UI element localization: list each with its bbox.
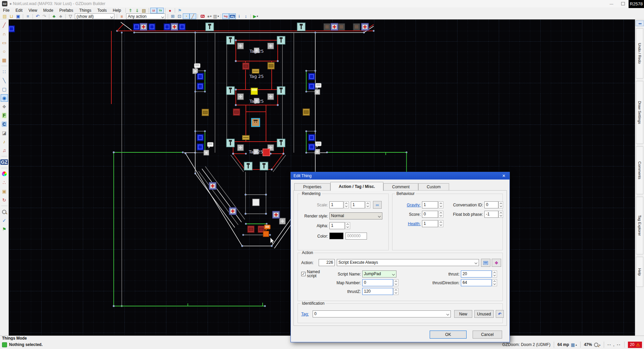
conversation-id-spinner[interactable] xyxy=(498,201,503,208)
conversation-id-field[interactable]: 0 xyxy=(484,201,498,208)
grid-icon[interactable]: ▦ xyxy=(571,342,575,347)
map-thing-face[interactable] xyxy=(252,118,260,127)
ceiling-mode-icon[interactable]: C xyxy=(1,120,8,128)
sectors-mode-icon[interactable]: ▢ xyxy=(1,86,8,93)
scale-y-spinner[interactable] xyxy=(365,201,370,208)
things-filter-combo[interactable]: (show all) xyxy=(75,13,114,19)
sound-zones-icon[interactable]: ♫ xyxy=(1,147,8,154)
map-thing-torch[interactable] xyxy=(226,36,234,44)
dynamic-grid-icon[interactable]: ◔ xyxy=(183,13,190,19)
color-swatch[interactable] xyxy=(329,233,343,239)
draw-rectangle-icon[interactable]: ▭ xyxy=(1,39,8,46)
side-tab-undo-redo[interactable]: Undo / Redo xyxy=(636,28,643,79)
map-thing-armor[interactable] xyxy=(308,83,315,90)
side-tab-help[interactable]: Help xyxy=(636,257,643,287)
map-thing-red[interactable] xyxy=(248,226,254,233)
save-map-icon[interactable]: ▣ xyxy=(15,13,21,19)
minimize-button[interactable]: — xyxy=(606,0,617,7)
fit-height-icon[interactable]: ↕ xyxy=(243,13,249,19)
restore-button[interactable] xyxy=(617,0,629,7)
action-combo[interactable]: Script Execute Always xyxy=(337,259,479,266)
paste-special-icon[interactable]: ▤ xyxy=(141,8,147,13)
gravity-field[interactable]: 1 xyxy=(422,201,438,208)
map-thing-armor[interactable] xyxy=(308,144,315,150)
map-thing-medikit[interactable] xyxy=(361,23,369,31)
named-script-checkbox[interactable]: ✓ xyxy=(301,272,306,276)
map-thing-darkbox[interactable] xyxy=(353,23,360,30)
float-bob-phase-field[interactable]: -1 xyxy=(484,211,498,218)
map-thing-torch[interactable] xyxy=(226,139,234,147)
map-thing-plus[interactable] xyxy=(268,94,274,100)
find-replace-icon[interactable] xyxy=(1,208,8,215)
scale-x-spinner[interactable] xyxy=(344,201,349,208)
score-field[interactable]: 0 xyxy=(422,211,438,218)
new-tag-button[interactable]: New xyxy=(454,310,472,318)
cancel-button[interactable]: Cancel xyxy=(473,331,502,339)
map-thing-orange[interactable] xyxy=(263,231,269,237)
gravity-link[interactable]: Gravity: xyxy=(395,203,421,207)
map-thing-torch[interactable] xyxy=(277,36,285,44)
reset-tag-button[interactable]: ↶ xyxy=(496,310,504,318)
thrust-spinner[interactable] xyxy=(492,270,497,278)
draw-ellipse-icon[interactable]: ○ xyxy=(1,48,8,55)
thrustz-field[interactable]: 120 xyxy=(362,288,393,295)
map-thing-gold[interactable] xyxy=(303,109,310,115)
draw-curve-icon[interactable]: ∩ xyxy=(1,30,8,38)
tag-link[interactable]: Tag: xyxy=(301,312,309,316)
fog-toggle-icon[interactable]: fog xyxy=(222,13,229,19)
map-thing-yellow[interactable] xyxy=(251,88,258,95)
map-thing-ammo[interactable] xyxy=(243,136,250,140)
vertices-mode-icon[interactable]: ∷ xyxy=(1,68,8,76)
copy-properties-icon[interactable]: ⇑ xyxy=(127,8,134,13)
gzdoom-badge-icon[interactable]: GZ xyxy=(1,158,8,166)
thrust-direction-field[interactable]: 64 xyxy=(461,279,492,286)
menu-file[interactable]: File xyxy=(0,7,12,13)
menu-help[interactable]: Help xyxy=(110,7,124,13)
render-style-combo[interactable]: Normal xyxy=(329,212,382,219)
scale-link-button[interactable]: ∞ xyxy=(373,201,382,209)
map-thing-medikit[interactable] xyxy=(209,182,216,190)
menu-edit[interactable]: Edit xyxy=(12,7,25,13)
filter-things-12-icon[interactable]: 12 xyxy=(150,8,157,13)
map-thing-red[interactable] xyxy=(243,63,249,69)
new-map-icon[interactable]: ▤ xyxy=(1,13,8,19)
map-thing-medikit[interactable] xyxy=(272,211,280,218)
menu-things[interactable]: Things xyxy=(76,7,94,13)
floor-brightness-mode-icon[interactable]: F xyxy=(1,112,8,119)
browse-action-button[interactable] xyxy=(481,259,490,267)
tab-custom[interactable]: Custom xyxy=(418,183,449,191)
collapse-panel-button[interactable]: ◀◀◀ xyxy=(636,20,644,26)
grid-setup-icon[interactable]: ⊞ xyxy=(169,13,176,19)
sky-toggle-icon[interactable]: sky xyxy=(229,13,236,19)
map-thing-plus[interactable] xyxy=(237,43,244,49)
health-field[interactable]: 1 xyxy=(422,220,438,227)
test-map-icon[interactable]: ▶▾ xyxy=(252,13,259,19)
info-panel-icon[interactable]: i xyxy=(236,13,243,19)
side-tab-draw-settings[interactable]: Draw Settings xyxy=(636,81,643,144)
map-thing-medikit[interactable] xyxy=(229,207,236,215)
map-thing-torch[interactable] xyxy=(206,23,214,31)
map-thing-torch[interactable] xyxy=(226,87,234,95)
ok-button[interactable]: OK xyxy=(430,331,467,339)
map-thing-torch[interactable] xyxy=(297,23,305,31)
map-thing-ammo[interactable] xyxy=(252,69,259,73)
map-thing-dest[interactable] xyxy=(315,90,320,95)
map-thing-armor[interactable] xyxy=(164,23,170,30)
rotate-selection-icon[interactable]: ↻ xyxy=(1,196,8,204)
thrust-field[interactable]: 20 xyxy=(461,270,492,278)
dialog-title-bar[interactable]: Edit Thing xyxy=(291,172,509,180)
map-thing-torch[interactable] xyxy=(260,162,268,170)
reload-resources-icon[interactable]: ♣ xyxy=(51,13,57,19)
action-number-field[interactable]: 226 xyxy=(319,259,335,266)
color-hex-field[interactable]: 000000 xyxy=(345,233,367,240)
open-map-icon[interactable]: ⊔ xyxy=(8,13,15,19)
edit-selection-mode-icon[interactable]: ❖ xyxy=(1,103,8,110)
map-thing-plus[interactable] xyxy=(268,43,274,49)
map-thing-armor[interactable] xyxy=(197,134,204,141)
action-help-button[interactable]: ❖ xyxy=(492,259,501,267)
alpha-field[interactable]: 1 xyxy=(329,222,345,229)
color-picker-icon[interactable]: ● xyxy=(1,170,8,178)
model-render-icon[interactable]: ●▾ xyxy=(206,13,213,19)
map-thing-red[interactable] xyxy=(233,109,240,115)
map-thing-torch[interactable] xyxy=(277,139,285,147)
